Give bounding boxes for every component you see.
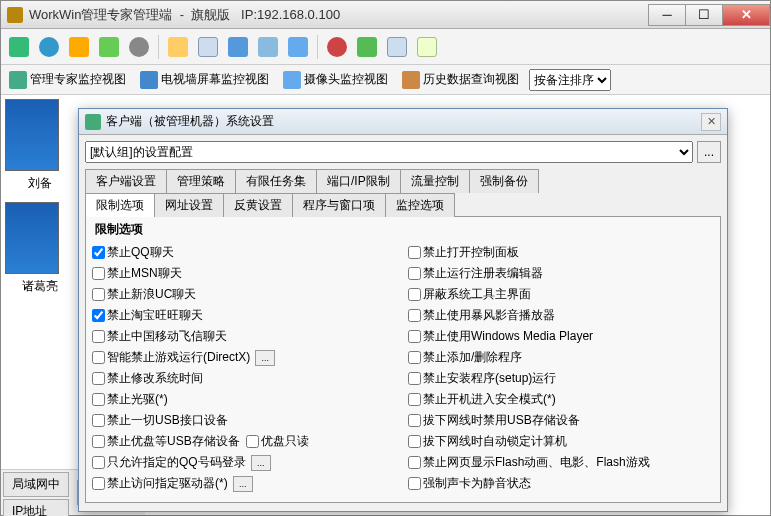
- client-thumb-1[interactable]: [5, 99, 59, 171]
- tab-2-top[interactable]: 有限任务集: [235, 169, 317, 193]
- view-expert[interactable]: 管理专家监控视图: [5, 69, 130, 91]
- tab-3-top[interactable]: 端口/IP限制: [316, 169, 401, 193]
- restriction-checkbox-left-10[interactable]: [92, 456, 105, 469]
- restriction-right-7: 禁止开机进入安全模式(*): [408, 389, 714, 410]
- tab-3-bottom[interactable]: 程序与窗口项: [292, 193, 386, 217]
- toolbar-users-icon[interactable]: [65, 33, 93, 61]
- toolbar-globe-icon[interactable]: [35, 33, 63, 61]
- restriction-options-button-left-5[interactable]: ...: [255, 350, 275, 366]
- app-title: WorkWin管理专家管理端 - 旗舰版 IP:192.168.0.100: [29, 6, 649, 24]
- tab-0-top[interactable]: 客户端设置: [85, 169, 167, 193]
- toolbar-id-icon[interactable]: [413, 33, 441, 61]
- tabs-row-bottom: 限制选项网址设置反黄设置程序与窗口项监控选项: [85, 193, 721, 217]
- restriction-checkbox-left-11[interactable]: [92, 477, 105, 490]
- toolbar-monitor-icon[interactable]: [5, 33, 33, 61]
- restriction-usb-readonly-label: 优盘只读: [261, 433, 309, 450]
- tab-4-top[interactable]: 流量控制: [400, 169, 470, 193]
- restriction-label-right-2: 屏蔽系统工具主界面: [423, 286, 531, 303]
- maximize-button[interactable]: ☐: [685, 4, 723, 26]
- restriction-checkbox-right-1[interactable]: [408, 267, 421, 280]
- restriction-label-right-0: 禁止打开控制面板: [423, 244, 519, 261]
- config-browse-button[interactable]: ...: [697, 141, 721, 163]
- restriction-checkbox-right-4[interactable]: [408, 330, 421, 343]
- restriction-checkbox-left-0[interactable]: [92, 246, 105, 259]
- restriction-checkbox-left-4[interactable]: [92, 330, 105, 343]
- view-history[interactable]: 历史数据查询视图: [398, 69, 523, 91]
- dialog-title-text: 客户端（被管理机器）系统设置: [106, 113, 274, 130]
- app-edition: 旗舰版: [191, 7, 230, 22]
- toolbar-refresh-icon[interactable]: [353, 33, 381, 61]
- sort-select[interactable]: 按备注排序: [529, 69, 611, 91]
- restriction-usb-readonly-checkbox[interactable]: [246, 435, 259, 448]
- tab-5-top[interactable]: 强制备份: [469, 169, 539, 193]
- restriction-checkbox-right-11[interactable]: [408, 477, 421, 490]
- bottom-lan-button[interactable]: 局域网中: [3, 472, 69, 497]
- restriction-checkbox-right-0[interactable]: [408, 246, 421, 259]
- restriction-label-left-1: 禁止MSN聊天: [107, 265, 182, 282]
- toolbar-gear-icon[interactable]: [125, 33, 153, 61]
- toolbar-windows-icon[interactable]: [284, 33, 312, 61]
- restriction-checkbox-right-8[interactable]: [408, 414, 421, 427]
- restriction-checkbox-left-3[interactable]: [92, 309, 105, 322]
- toolbar-copy-icon[interactable]: [254, 33, 282, 61]
- restriction-checkbox-left-1[interactable]: [92, 267, 105, 280]
- view-tvwall[interactable]: 电视墙屏幕监控视图: [136, 69, 273, 91]
- restriction-right-10: 禁止网页显示Flash动画、电影、Flash游戏: [408, 452, 714, 473]
- restriction-right-11: 强制声卡为静音状态: [408, 473, 714, 494]
- view-camera-label: 摄像头监控视图: [304, 71, 388, 88]
- bottom-ip-button[interactable]: IP地址: [3, 499, 69, 516]
- restriction-checkbox-left-2[interactable]: [92, 288, 105, 301]
- restriction-checkbox-right-2[interactable]: [408, 288, 421, 301]
- dialog-close-button[interactable]: ✕: [701, 113, 721, 131]
- close-button[interactable]: ✕: [722, 4, 770, 26]
- restriction-label-left-6: 禁止修改系统时间: [107, 370, 203, 387]
- toolbar-list-icon[interactable]: [383, 33, 411, 61]
- window-controls: ─ ☐ ✕: [649, 4, 770, 26]
- minimize-button[interactable]: ─: [648, 4, 686, 26]
- view-camera[interactable]: 摄像头监控视图: [279, 69, 392, 91]
- restriction-checkbox-right-10[interactable]: [408, 456, 421, 469]
- toolbar-folder-icon[interactable]: [164, 33, 192, 61]
- restriction-right-3: 禁止使用暴风影音播放器: [408, 305, 714, 326]
- view-history-label: 历史数据查询视图: [423, 71, 519, 88]
- client-thumb-2[interactable]: [5, 202, 59, 274]
- restriction-checkbox-right-6[interactable]: [408, 372, 421, 385]
- restriction-checkbox-left-7[interactable]: [92, 393, 105, 406]
- tab-2-bottom[interactable]: 反黄设置: [223, 193, 293, 217]
- restriction-options-button-left-11[interactable]: ...: [233, 476, 253, 492]
- restriction-checkbox-right-7[interactable]: [408, 393, 421, 406]
- restriction-checkbox-left-9[interactable]: [92, 435, 105, 448]
- restriction-label-right-9: 拔下网线时自动锁定计算机: [423, 433, 567, 450]
- tab-1-bottom[interactable]: 网址设置: [154, 193, 224, 217]
- client-label-2: 诸葛亮: [5, 278, 75, 295]
- restriction-checkbox-right-9[interactable]: [408, 435, 421, 448]
- config-select[interactable]: [默认组]的设置配置: [85, 141, 693, 163]
- toolbar-doc-icon[interactable]: [194, 33, 222, 61]
- restriction-left-2: 禁止新浪UC聊天: [92, 284, 398, 305]
- restriction-label-left-9: 禁止优盘等USB存储设备: [107, 433, 240, 450]
- restriction-checkbox-left-5[interactable]: [92, 351, 105, 364]
- restriction-checkbox-right-5[interactable]: [408, 351, 421, 364]
- restriction-checkbox-right-3[interactable]: [408, 309, 421, 322]
- restriction-checkbox-left-8[interactable]: [92, 414, 105, 427]
- restriction-checkbox-left-6[interactable]: [92, 372, 105, 385]
- restriction-right-5: 禁止添加/删除程序: [408, 347, 714, 368]
- dialog-icon: [85, 114, 101, 130]
- toolbar-group-icon[interactable]: [95, 33, 123, 61]
- tab-4-bottom[interactable]: 监控选项: [385, 193, 455, 217]
- toolbar-picture-icon[interactable]: [224, 33, 252, 61]
- restriction-right-8: 拔下网线时禁用USB存储设备: [408, 410, 714, 431]
- restriction-label-left-8: 禁止一切USB接口设备: [107, 412, 228, 429]
- restriction-label-right-8: 拔下网线时禁用USB存储设备: [423, 412, 580, 429]
- restriction-left-8: 禁止一切USB接口设备: [92, 410, 398, 431]
- restriction-label-right-1: 禁止运行注册表编辑器: [423, 265, 543, 282]
- restriction-right-9: 拔下网线时自动锁定计算机: [408, 431, 714, 452]
- view-expert-label: 管理专家监控视图: [30, 71, 126, 88]
- tab-1-top[interactable]: 管理策略: [166, 169, 236, 193]
- restriction-left-6: 禁止修改系统时间: [92, 368, 398, 389]
- restriction-options-button-left-10[interactable]: ...: [251, 455, 271, 471]
- restriction-left-5: 智能禁止游戏运行(DirectX)...: [92, 347, 398, 368]
- toolbar-power-icon[interactable]: [323, 33, 351, 61]
- tab-0-bottom[interactable]: 限制选项: [85, 193, 155, 217]
- restriction-label-left-10: 只允许指定的QQ号码登录: [107, 454, 246, 471]
